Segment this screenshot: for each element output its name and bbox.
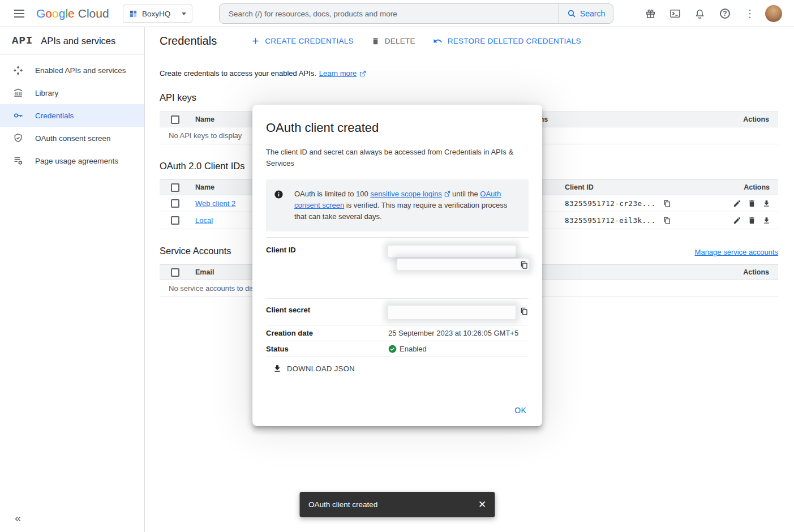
edit-client-button[interactable] xyxy=(733,216,741,225)
hamburger-icon xyxy=(14,10,24,18)
external-link-icon xyxy=(444,191,450,197)
download-client-button[interactable] xyxy=(762,216,771,225)
help-button[interactable]: ? xyxy=(717,6,733,22)
status-label: Status xyxy=(266,345,388,353)
dialog-fields: Client ID Client secret Creation date 25… xyxy=(266,237,529,357)
copy-icon xyxy=(663,199,671,208)
google-cloud-logo[interactable]: Google Cloud xyxy=(36,0,109,27)
collapse-sidebar-button[interactable] xyxy=(8,509,27,529)
ok-button[interactable]: OK xyxy=(514,406,526,415)
logo-letter: g xyxy=(59,7,66,20)
delete-client-button[interactable] xyxy=(748,216,756,225)
download-json-button[interactable]: DOWNLOAD JSON xyxy=(273,364,355,373)
search-button[interactable]: Search xyxy=(559,4,613,23)
close-icon: ✕ xyxy=(478,499,486,510)
restore-deleted-credentials-button[interactable]: RESTORE DELETED CREDENTIALS xyxy=(433,36,581,46)
delete-button[interactable]: DELETE xyxy=(371,37,415,45)
oauth-client-link[interactable]: Web client 2 xyxy=(195,199,235,208)
client-secret-label: Client secret xyxy=(266,306,388,319)
info-icon xyxy=(274,190,284,199)
sidebar-header: API APIs and services xyxy=(0,27,144,55)
row-checkbox[interactable] xyxy=(171,216,179,225)
delete-client-button[interactable] xyxy=(748,199,756,208)
logo-letter: o xyxy=(45,7,52,20)
create-credentials-button[interactable]: CREATE CREDENTIALS xyxy=(251,37,354,45)
search-input[interactable] xyxy=(220,4,559,23)
creation-date-row: Creation date 25 September 2023 at 10:26… xyxy=(266,325,529,341)
manage-service-accounts-link[interactable]: Manage service accounts xyxy=(695,248,778,256)
oauth-client-created-dialog: OAuth client created The client ID and s… xyxy=(252,105,542,426)
copy-client-secret-button[interactable] xyxy=(520,307,529,316)
column-actions: Actions xyxy=(728,268,778,276)
undo-icon xyxy=(433,36,443,46)
notifications-button[interactable] xyxy=(692,6,707,22)
empty-state-text: No service accounts to display xyxy=(160,284,268,293)
description-text: Create credentials to access your enable… xyxy=(160,69,316,78)
status-row: Status Enabled xyxy=(266,341,529,357)
page-title: Credentials xyxy=(160,35,217,48)
library-icon xyxy=(13,88,23,98)
key-icon xyxy=(13,110,23,121)
snackbar-close-button[interactable]: ✕ xyxy=(470,492,495,517)
client-id-value: 83255951712-cr23e... xyxy=(565,199,656,208)
document-gear-icon xyxy=(13,156,23,166)
cloud-shell-button[interactable] xyxy=(667,6,683,22)
client-id-value: 83255951712-eil3k... xyxy=(565,216,656,225)
hamburger-menu-button[interactable] xyxy=(8,2,31,25)
notice-pre: OAuth is limited to 100 xyxy=(294,190,370,198)
search-button-label: Search xyxy=(580,9,605,18)
check-circle-icon xyxy=(388,345,397,353)
sensitive-scope-logins-link[interactable]: sensitive scope logins xyxy=(370,190,441,198)
select-all-checkbox[interactable] xyxy=(171,115,179,124)
more-options-button[interactable]: ⋮ xyxy=(742,6,758,22)
sidebar-nav: Enabled APIs and services Library Creden… xyxy=(0,55,144,172)
dialog-notice: OAuth is limited to 100 sensitive scope … xyxy=(266,179,529,231)
select-all-checkbox[interactable] xyxy=(171,268,179,277)
snackbar: OAuth client created ✕ xyxy=(299,492,495,517)
creation-date-value: 25 September 2023 at 10:26:05 GMT+5 xyxy=(388,329,529,337)
account-avatar[interactable] xyxy=(765,5,782,22)
sidebar-item-library[interactable]: Library xyxy=(0,81,144,104)
project-selector[interactable]: BoxyHQ xyxy=(123,5,192,23)
trash-icon xyxy=(748,216,756,225)
project-icon xyxy=(129,10,138,18)
empty-state-text: No API keys to display xyxy=(160,131,242,140)
edit-client-button[interactable] xyxy=(733,199,741,208)
client-id-row: Client ID xyxy=(266,238,529,299)
creation-date-label: Creation date xyxy=(266,329,388,337)
copy-client-id-button[interactable] xyxy=(663,199,671,208)
download-icon xyxy=(762,216,771,225)
copy-client-id-button[interactable] xyxy=(520,260,529,269)
search-bar: Search xyxy=(219,3,613,24)
sidebar-item-page-usage[interactable]: Page usage agreements xyxy=(0,149,144,172)
download-client-button[interactable] xyxy=(762,199,771,208)
select-all-checkbox[interactable] xyxy=(171,183,179,192)
free-trial-gift-button[interactable] xyxy=(642,6,658,22)
copy-client-id-button[interactable] xyxy=(663,216,671,225)
learn-more-link[interactable]: Learn more xyxy=(319,69,357,78)
collapse-chevrons-icon xyxy=(12,514,23,524)
download-icon xyxy=(762,199,771,208)
dashboard-icon xyxy=(13,65,23,75)
bell-icon xyxy=(694,8,705,19)
notice-mid: until the xyxy=(450,190,480,198)
redacted-client-id-line2 xyxy=(397,259,529,270)
sidebar-item-credentials[interactable]: Credentials xyxy=(0,104,144,127)
copy-icon xyxy=(520,307,529,316)
column-actions: Actions xyxy=(728,115,778,123)
client-id-label: Client ID xyxy=(266,246,388,270)
sidebar-item-label: OAuth consent screen xyxy=(35,134,111,143)
trash-icon xyxy=(748,199,756,208)
chevron-down-icon xyxy=(182,12,186,15)
delete-label: DELETE xyxy=(385,37,415,45)
project-name: BoxyHQ xyxy=(142,10,170,18)
row-checkbox[interactable] xyxy=(171,199,179,208)
terminal-icon xyxy=(669,8,681,19)
help-icon: ? xyxy=(720,8,730,19)
sidebar-item-oauth-consent[interactable]: OAuth consent screen xyxy=(0,127,144,149)
sidebar-item-enabled-apis[interactable]: Enabled APIs and services xyxy=(0,59,144,81)
create-credentials-label: CREATE CREDENTIALS xyxy=(265,37,354,45)
oauth-client-link[interactable]: Local xyxy=(195,216,213,225)
redacted-client-secret xyxy=(388,306,516,319)
gift-icon xyxy=(645,8,656,19)
